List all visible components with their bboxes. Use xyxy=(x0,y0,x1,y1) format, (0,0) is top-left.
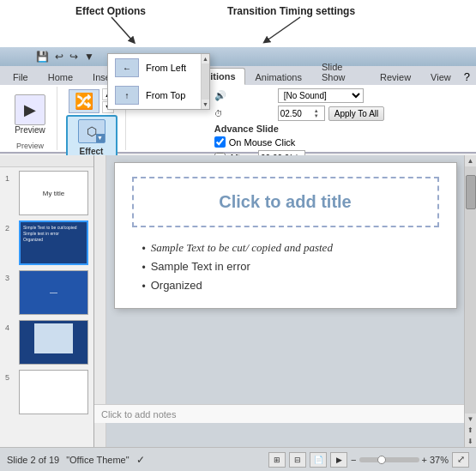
slide-thumb-3[interactable]: 3 — xyxy=(5,270,88,315)
dropdown-scrollbar: ▲ ▼ xyxy=(201,54,209,109)
dropdown-scroll-up[interactable]: ▲ xyxy=(202,54,209,63)
slide-count: Slide 2 of 19 xyxy=(7,455,59,465)
slide5-content xyxy=(20,371,87,414)
from-left-icon: ← xyxy=(115,58,139,77)
slide-thumb-5[interactable]: 5 xyxy=(5,370,88,414)
slide-content-area: • Sample Text to be cut/ copied and past… xyxy=(132,234,439,305)
scroll-bottom-arrows[interactable]: ⬆ xyxy=(466,425,475,436)
preview-content: ▶ Preview xyxy=(9,88,51,140)
effect-arrow-icon: ▼ xyxy=(96,134,105,142)
customize-qat-btn[interactable]: ▼ xyxy=(82,51,96,63)
slide2-content: Simple Text to be cut/copied Simple text… xyxy=(21,222,87,263)
effect-from-left-item[interactable]: ← From Left xyxy=(108,54,209,82)
undo-qat-btn[interactable]: ↩ xyxy=(53,51,65,63)
status-right: ⊞ ⊟ 📄 ▶ − + 37% ⤢ xyxy=(268,452,469,468)
bullet-item-2: • Sample Text in error xyxy=(142,260,429,274)
duration-row: ⏱ ▲ ▼ Apply To All xyxy=(214,106,385,121)
normal-view-btn[interactable]: ⊞ xyxy=(268,452,286,468)
bullet-item-1: • Sample Text to be cut/ copied and past… xyxy=(142,241,429,255)
sound-row: 🔊 [No Sound] xyxy=(214,88,364,103)
bullet-dot-3: • xyxy=(142,281,146,293)
duration-spinners: ▲ ▼ xyxy=(313,108,320,118)
apply-to-all-button[interactable]: Apply To All xyxy=(328,106,385,121)
slide-edit-area: Click to add title • Sample Text to be c… xyxy=(106,155,464,447)
slide-preview-5 xyxy=(19,370,88,414)
ribbon-help-btn[interactable]: ? xyxy=(461,70,473,83)
duration-spin-down[interactable]: ▼ xyxy=(313,113,320,118)
spell-check-icon: ✓ xyxy=(136,454,145,466)
slide-sorter-btn[interactable]: ⊟ xyxy=(289,452,306,468)
ribbon-body: ▶ Preview Preview 🔀 ▲ ▼ ⬡ ▼ xyxy=(0,85,476,154)
scroll-thumb[interactable] xyxy=(466,175,476,209)
status-left: Slide 2 of 19 "Office Theme" ✓ xyxy=(7,454,145,466)
notes-area[interactable]: Click to add notes xyxy=(94,404,464,423)
tab-slideshow[interactable]: Slide Show xyxy=(312,58,370,85)
redo-qat-btn[interactable]: ↪ xyxy=(68,51,80,63)
save-qat-btn[interactable]: 💾 xyxy=(34,51,51,63)
timing-content: 🔊 [No Sound] ⏱ ▲ ▼ Apply To All xyxy=(214,88,385,166)
quick-access-toolbar: 💾 ↩ ↪ ▼ xyxy=(0,47,476,66)
tab-animations[interactable]: Animations xyxy=(246,69,311,85)
slide-title-placeholder[interactable]: Click to add title xyxy=(132,177,439,227)
slide-list: 1 My title 2 Simple Text to be cut/copie… xyxy=(0,167,93,447)
svg-line-1 xyxy=(266,17,300,41)
dropdown-scroll-down[interactable]: ▼ xyxy=(202,100,209,109)
slide3-content: — xyxy=(20,271,87,314)
tab-review[interactable]: Review xyxy=(371,69,420,85)
ribbon-right-icons: ? xyxy=(461,70,476,85)
slide4-content xyxy=(20,321,87,364)
effect-options-dropdown: ← From Left ↑ From Top ▲ ▼ xyxy=(107,53,210,110)
on-mouse-click-row: On Mouse Click xyxy=(214,136,296,148)
slide-thumb-1[interactable]: 1 My title xyxy=(5,171,88,215)
bullet-dot-2: • xyxy=(142,262,146,274)
ribbon-section-preview: ▶ Preview Preview xyxy=(3,87,57,150)
zoom-bar: − + 37% xyxy=(351,455,449,465)
scroll-up-btn[interactable]: ▲ xyxy=(467,155,474,166)
duration-input-wrap: ▲ ▼ xyxy=(278,106,325,121)
zoom-out-btn[interactable]: − xyxy=(351,455,356,465)
svg-line-0 xyxy=(111,17,133,41)
edit-column: Click to add title • Sample Text to be c… xyxy=(94,155,476,447)
slideshow-view-btn[interactable]: ▶ xyxy=(330,452,347,468)
status-bar: Slide 2 of 19 "Office Theme" ✓ ⊞ ⊟ 📄 ▶ −… xyxy=(0,447,476,471)
on-mouse-click-checkbox[interactable] xyxy=(214,136,226,148)
tab-home[interactable]: Home xyxy=(39,69,82,85)
effect-from-top-item[interactable]: ↑ From Top xyxy=(108,82,209,109)
sound-select[interactable]: [No Sound] xyxy=(278,88,364,103)
transition-scheme-btn[interactable]: 🔀 xyxy=(69,89,99,113)
preview-icon: ▶ xyxy=(15,94,45,125)
slide1-content: My title xyxy=(39,186,68,201)
ribbon-tabs: File Home Insert Design Transitions Anim… xyxy=(0,66,476,85)
zoom-level: 37% xyxy=(430,455,449,465)
scroll-bottom-arrows2[interactable]: ⬇ xyxy=(466,436,475,447)
dropdown-scroll-track xyxy=(202,63,209,100)
bullet-dot-1: • xyxy=(142,243,146,255)
tab-view[interactable]: View xyxy=(421,69,461,85)
slide-panel: 1 My title 2 Simple Text to be cut/copie… xyxy=(0,155,94,447)
ruler-left xyxy=(94,155,106,447)
duration-input[interactable] xyxy=(279,109,313,118)
slide-thumb-4[interactable]: 4 xyxy=(5,320,88,365)
bullet-text-3: Organized xyxy=(151,279,202,292)
annotation-area: Effect Options Transition Timing setting… xyxy=(0,0,476,47)
tab-file[interactable]: File xyxy=(3,69,38,85)
slide4-image xyxy=(34,323,73,353)
vertical-scrollbar: ▲ ▼ ⬆ ⬇ xyxy=(464,155,476,447)
preview-button[interactable]: ▶ Preview xyxy=(9,88,51,140)
bullet-text-1: Sample Text to be cut/ copied and pasted xyxy=(151,241,333,255)
zoom-slider[interactable] xyxy=(359,457,419,462)
slide-preview-1: My title xyxy=(19,171,88,215)
advance-slide-row: Advance Slide xyxy=(214,124,279,134)
effect-icon-inner: ⬡ ▼ xyxy=(78,119,105,143)
bullet-text-2: Sample Text in error xyxy=(151,260,250,273)
main-area: 1 My title 2 Simple Text to be cut/copie… xyxy=(0,155,476,447)
fit-slide-btn[interactable]: ⤢ xyxy=(452,452,469,468)
zoom-thumb xyxy=(377,456,386,464)
zoom-in-btn[interactable]: + xyxy=(422,455,427,465)
reading-view-btn[interactable]: 📄 xyxy=(310,452,327,468)
slide-preview-4 xyxy=(19,320,88,365)
scroll-down-btn[interactable]: ▼ xyxy=(467,414,474,425)
scroll-track xyxy=(465,166,476,414)
slide-preview-2: Simple Text to be cut/copied Simple text… xyxy=(19,220,88,265)
slide-thumb-2[interactable]: 2 Simple Text to be cut/copied Simple te… xyxy=(5,220,88,265)
